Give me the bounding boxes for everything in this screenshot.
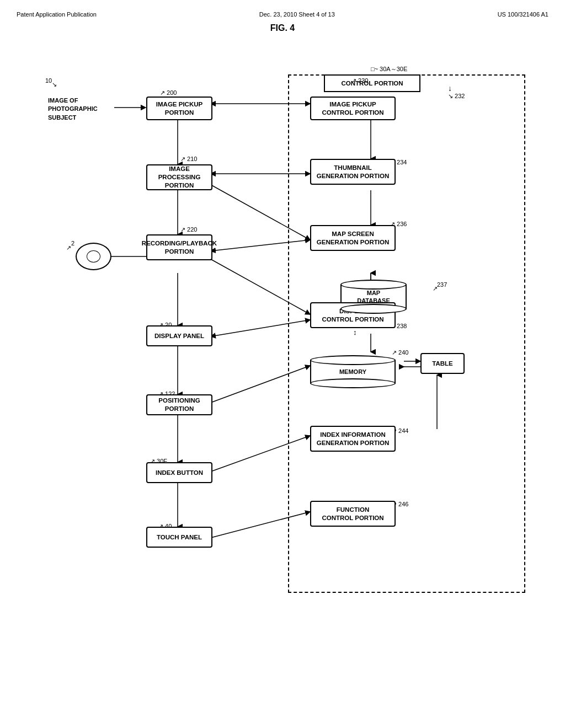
ref-10-label: 10 (45, 77, 52, 84)
image-pickup-control-portion-box: IMAGE PICKUPCONTROL PORTION (310, 97, 396, 120)
ref-10-arrow: ↘ (52, 81, 57, 88)
ref-200-label: ↗ 200 (160, 89, 177, 97)
oval-inner (87, 250, 100, 263)
header-center: Dec. 23, 2010 Sheet 4 of 13 (259, 11, 335, 18)
ref-232-label: ↘ 232 (448, 93, 465, 100)
diagram: 10 ↘ IMAGE OFPHOTOGRAPHICSUBJECT ↗ 200 I… (18, 44, 547, 667)
arrow-232: ↓ (448, 84, 452, 93)
header-right: US 100/321406 A1 (498, 11, 548, 18)
ref-2-label: 2 (71, 240, 74, 247)
function-control-portion-box: FUNCTIONCONTROL PORTION (310, 501, 396, 527)
display-panel-box: DISPLAY PANEL (146, 325, 212, 346)
table-box: TABLE (420, 353, 465, 374)
image-processing-portion-box: IMAGEPROCESSING PORTION (146, 164, 212, 190)
touch-panel-box: TOUCH PANEL (146, 527, 212, 548)
recording-playback-portion-box: RECORDING/PLAYBACKPORTION (146, 234, 212, 260)
ref-220-label: ↗ 220 (180, 226, 197, 233)
control-portion-box: CONTROL PORTION (324, 74, 420, 92)
ref-2-arrow: ↗ (66, 244, 71, 251)
ref-237-label: 237 (437, 281, 447, 288)
index-information-generation-portion-box: INDEX INFORMATIONGENERATION PORTION (310, 426, 396, 452)
double-arrow-display-memory: ↕ (353, 328, 357, 336)
thumbnail-generation-portion-box: THUMBNAILGENERATION PORTION (310, 159, 396, 185)
ref-210-label: ↗ 210 (180, 156, 197, 163)
positioning-portion-box: POSITIONING PORTION (146, 394, 212, 415)
page: Patent Application Publication Dec. 23, … (0, 0, 565, 728)
ref-230-label: ↗ 230 (351, 77, 368, 84)
image-pickup-portion-box: IMAGE PICKUP PORTION (146, 97, 212, 120)
ref-30A-30E-label: □~ 30A～30E (371, 65, 407, 73)
page-header: Patent Application Publication Dec. 23, … (17, 11, 548, 18)
index-button-box: INDEX BUTTON (146, 462, 212, 483)
map-database-cylinder: MAPDATABASE (340, 275, 407, 319)
image-of-photographic-subject-label: IMAGE OFPHOTOGRAPHICSUBJECT (48, 97, 98, 122)
memory-cylinder: MEMORY (310, 350, 396, 393)
ref-237-curve: ↗ (433, 285, 438, 292)
figure-title: FIG. 4 (17, 23, 548, 33)
map-screen-generation-portion-box: MAP SCREENGENERATION PORTION (310, 225, 396, 251)
header-left: Patent Application Publication (17, 11, 97, 18)
